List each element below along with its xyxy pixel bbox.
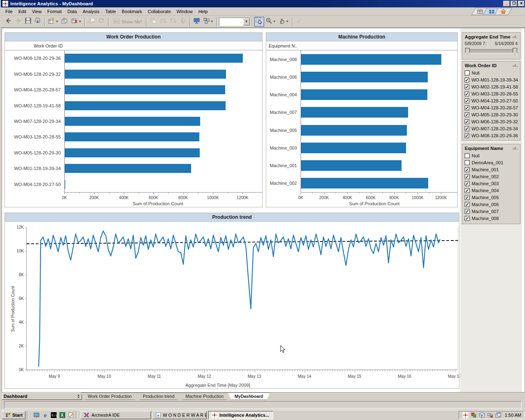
antivirus-shield-icon[interactable]: V: [479, 412, 485, 418]
bar[interactable]: [301, 125, 407, 136]
selector-spinner-icon[interactable]: ▲▼: [77, 394, 80, 399]
table-row[interactable]: Machine_004: [301, 86, 457, 104]
bar[interactable]: [301, 72, 428, 82]
slider-handle-min[interactable]: [465, 48, 470, 54]
bar[interactable]: [301, 160, 402, 171]
script-editor-icon[interactable]: [68, 412, 74, 418]
table-row[interactable]: Machine_005: [301, 121, 457, 139]
filter-item[interactable]: Null: [465, 152, 518, 159]
table-row[interactable]: WO-M08-128-20-29-36: [65, 50, 262, 66]
filter-item[interactable]: ✓WO-M06-128-20-29-32: [465, 118, 518, 125]
layout-button[interactable]: ▼: [202, 17, 215, 27]
table-row[interactable]: Machine_008: [301, 50, 457, 68]
bar[interactable]: [65, 180, 65, 189]
select-tool-button[interactable]: [254, 17, 264, 27]
combobox-dropdown-icon[interactable]: ▼: [243, 18, 250, 25]
filter-item[interactable]: DemoArea_001: [465, 159, 518, 166]
filter-item[interactable]: ✓WO-M02-128-19-41-58: [465, 83, 518, 90]
date-range-slider[interactable]: [466, 49, 517, 53]
bar[interactable]: [65, 54, 243, 63]
slider-handle-max[interactable]: [513, 48, 517, 54]
trend-plot-area[interactable]: [26, 227, 458, 370]
restore-button[interactable]: ❐: [511, 1, 517, 7]
delete-worksheet-dropdown-icon[interactable]: ▼: [78, 20, 82, 23]
show-desktop-icon[interactable]: [33, 412, 40, 418]
table-row[interactable]: WO-M04-128-20-27-50: [65, 177, 262, 192]
menu-format[interactable]: Format: [44, 8, 64, 15]
menu-collaborate[interactable]: Collaborate: [145, 8, 173, 15]
checkbox-checked[interactable]: ✓: [465, 209, 470, 214]
bar[interactable]: [301, 143, 406, 153]
back-button[interactable]: [3, 17, 13, 27]
table-row[interactable]: WO-M03-128-20-28-55: [65, 129, 262, 145]
menu-table[interactable]: Table: [102, 8, 119, 15]
filter-item[interactable]: ✓WO-M04-128-20-28-57: [465, 104, 518, 111]
table-row[interactable]: WO-M05-128-20-29-30: [65, 145, 262, 161]
filter-item[interactable]: ✓Machine_008: [465, 215, 518, 222]
menu-edit[interactable]: Edit: [16, 8, 29, 15]
bar[interactable]: [65, 85, 225, 94]
filter-item[interactable]: Null: [465, 69, 518, 76]
checkbox-checked[interactable]: ✓: [465, 77, 469, 82]
checkbox-checked[interactable]: ✓: [465, 91, 469, 96]
close-button[interactable]: ✕: [518, 1, 525, 7]
card-sort-icon[interactable]: [513, 146, 518, 151]
bar[interactable]: [301, 107, 408, 118]
filter-item[interactable]: ✓Machine_002: [465, 173, 518, 180]
graphics-tray-icon[interactable]: [470, 412, 477, 418]
taskbar-button-intelligence-analytics-[interactable]: Intelligence Analytics...: [208, 411, 273, 419]
filter-item[interactable]: ✓Machine_004: [465, 187, 518, 194]
checkbox-checked[interactable]: ✓: [465, 126, 469, 131]
filter-item[interactable]: ✓WO-M03-128-20-28-55: [465, 90, 518, 97]
checkbox-checked[interactable]: ✓: [465, 105, 469, 110]
checkbox-checked[interactable]: ✓: [465, 98, 469, 103]
checkbox-checked[interactable]: ✓: [465, 133, 469, 138]
checkbox-unchecked[interactable]: [465, 160, 470, 165]
checkbox-checked[interactable]: ✓: [465, 216, 470, 221]
menu-window[interactable]: Window: [174, 8, 196, 15]
layout-dropdown-icon[interactable]: ▼: [210, 20, 214, 23]
tab-mydashboard[interactable]: MyDashboard: [228, 393, 270, 400]
bar[interactable]: [65, 164, 191, 173]
table-row[interactable]: Machine_002: [301, 175, 457, 192]
minimize-button[interactable]: _: [503, 1, 510, 7]
taskbar-button-archestra-ide[interactable]: ArchestrA IDE: [80, 411, 151, 419]
checkbox-checked[interactable]: ✓: [465, 119, 469, 124]
filter-item[interactable]: ✓WO-M05-128-20-29-30: [465, 111, 518, 118]
pan-tool-button[interactable]: ▼: [277, 17, 290, 27]
table-row[interactable]: Machine_001: [301, 157, 457, 175]
new-worksheet-dropdown-icon[interactable]: ▼: [55, 20, 59, 23]
table-row[interactable]: WO-M02-128-19-41-58: [65, 98, 262, 113]
bar[interactable]: [301, 89, 427, 100]
menu-file[interactable]: File: [2, 8, 16, 15]
checkbox-unchecked[interactable]: [465, 70, 470, 75]
table-row[interactable]: WO-M01-128-19-39-34: [65, 161, 262, 176]
tab-production-trend[interactable]: Production trend: [136, 393, 181, 400]
duplicate-worksheet-button[interactable]: [60, 17, 70, 27]
table-row[interactable]: Machine_007: [301, 104, 457, 121]
layers-tray-icon[interactable]: [495, 412, 502, 418]
menu-data[interactable]: Data: [64, 8, 80, 15]
checkbox-checked[interactable]: ✓: [465, 195, 470, 200]
filter-item[interactable]: ✓WO-M01-128-19-39-34: [465, 76, 518, 83]
bar[interactable]: [65, 101, 226, 110]
bar[interactable]: [301, 54, 441, 65]
checkbox-checked[interactable]: ✓: [465, 112, 469, 117]
bar[interactable]: [65, 70, 226, 79]
network-error-icon[interactable]: [487, 412, 493, 418]
menu-analysis[interactable]: Analysis: [80, 8, 102, 15]
tab-machine-production[interactable]: Machine Production: [178, 393, 231, 400]
filter-item[interactable]: ✓Machine_005: [465, 194, 518, 201]
checkbox-checked[interactable]: ✓: [465, 188, 470, 193]
delete-worksheet-button[interactable]: ▼: [70, 17, 83, 27]
menu-view[interactable]: View: [29, 8, 45, 15]
save-button[interactable]: [23, 17, 33, 27]
bar[interactable]: [65, 132, 199, 141]
filter-item[interactable]: ✓Machine_003: [465, 180, 518, 187]
table-row[interactable]: WO-M07-128-20-29-34: [65, 114, 262, 129]
filter-item[interactable]: ✓WO-M07-128-20-29-34: [465, 125, 518, 132]
pan-tool-dropdown-icon[interactable]: ▼: [286, 20, 289, 23]
analytics-tray-icon[interactable]: [462, 412, 469, 418]
checkbox-checked[interactable]: ✓: [465, 167, 470, 172]
card-sort-icon[interactable]: [513, 63, 518, 68]
